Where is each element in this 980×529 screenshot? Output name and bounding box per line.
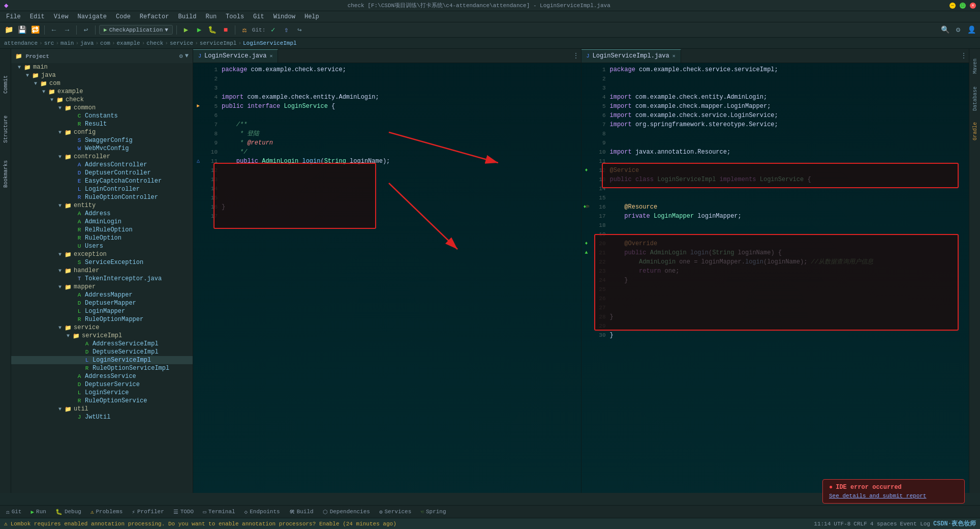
tree-item-deptusermapper[interactable]: D DeptuserMapper: [11, 299, 193, 307]
tree-item-config[interactable]: ▼ 📁 config: [11, 128, 193, 136]
tree-item-controller[interactable]: ▼ 📁 controller: [11, 153, 193, 161]
right-editor-content[interactable]: 1 package com.example.check.service.serv…: [581, 63, 969, 493]
bottom-btn-debug[interactable]: 🐛 Debug: [51, 508, 85, 516]
tree-item-ruleoptionserviceimpl[interactable]: R RuleOptionServiceImpl: [11, 364, 193, 372]
tree-item-logincontroller[interactable]: L LoginController: [11, 185, 193, 193]
tab-loginserviceimpl[interactable]: J LoginServiceImpl.java ✕: [581, 49, 681, 63]
tree-item-adminlogin[interactable]: A AdminLogin: [11, 218, 193, 226]
pane-settings-icon[interactable]: ⋮: [573, 52, 579, 60]
tree-item-exception[interactable]: ▼ 📁 exception: [11, 250, 193, 258]
toolbar-run-btn[interactable]: ▶: [194, 24, 205, 36]
tab-close-right-icon[interactable]: ✕: [672, 53, 676, 59]
bottom-btn-terminal[interactable]: ▭ Terminal: [199, 508, 239, 516]
tree-item-ruleoptioncontroller[interactable]: R RuleOptionController: [11, 193, 193, 201]
tree-item-serviceimpl-folder[interactable]: ▼ 📁 serviceImpl: [11, 332, 193, 340]
breadcrumb-example[interactable]: example: [117, 40, 140, 46]
tree-item-result[interactable]: R Result: [11, 120, 193, 128]
tree-item-main[interactable]: ▼ 📁 main: [11, 63, 193, 71]
menu-edit[interactable]: Edit: [26, 12, 49, 21]
tree-item-tokeninterceptor[interactable]: T TokenInterceptor.java: [11, 275, 193, 283]
bottom-btn-services[interactable]: ⚙ Services: [375, 508, 415, 516]
tree-item-addressserviceimpl[interactable]: A AddressServiceImpl: [11, 340, 193, 348]
breadcrumb-com[interactable]: com: [100, 40, 110, 46]
menu-build[interactable]: Build: [174, 12, 200, 21]
breadcrumb-serviceimpl[interactable]: serviceImpl: [200, 40, 237, 46]
bottom-btn-problems[interactable]: ⚠ Problems: [86, 508, 127, 516]
menu-help[interactable]: Help: [300, 12, 323, 21]
tree-item-webmvcconfig[interactable]: W WebMvcConfig: [11, 144, 193, 153]
tree-item-ruleoptionmapper[interactable]: R RuleOptionMapper: [11, 315, 193, 324]
toolbar-stop-btn[interactable]: ■: [220, 24, 231, 36]
toolbar-undo-btn[interactable]: ↩: [80, 24, 91, 36]
tree-item-example[interactable]: ▼ 📁 example: [11, 87, 193, 96]
minimize-button[interactable]: ─: [950, 3, 956, 9]
menu-refactor[interactable]: Refactor: [136, 12, 173, 21]
toolbar-settings-btn[interactable]: ⚙: [953, 24, 964, 36]
bottom-btn-endpoints[interactable]: ◇ Endpoints: [240, 508, 284, 516]
tree-item-loginmapper[interactable]: L LoginMapper: [11, 307, 193, 315]
pane-settings-right-icon[interactable]: ⋮: [961, 52, 967, 60]
toolbar-sync-btn[interactable]: 🔁: [29, 24, 41, 36]
tree-item-mapper[interactable]: ▼ 📁 mapper: [11, 283, 193, 291]
close-button[interactable]: ✕: [970, 3, 976, 9]
tree-item-ruleoptionservice[interactable]: R RuleOptionService: [11, 397, 193, 405]
bottom-btn-profiler[interactable]: ⚡ Profiler: [128, 508, 168, 516]
right-panel-gradle[interactable]: Gradle: [970, 116, 979, 146]
breadcrumb-loginserviceimpl[interactable]: LoginServiceImpl: [243, 40, 297, 46]
tree-item-deptuserservice[interactable]: D DeptuserService: [11, 380, 193, 389]
bottom-btn-todo[interactable]: ☰ TODO: [169, 508, 198, 516]
tree-item-loginservice[interactable]: L LoginService: [11, 389, 193, 397]
tree-item-serviceexception[interactable]: S ServiceException: [11, 258, 193, 267]
menu-view[interactable]: View: [50, 12, 73, 21]
tree-item-loginserviceimpl[interactable]: L LoginServiceImpl: [11, 356, 193, 364]
tree-item-check[interactable]: ▼ 📁 check: [11, 96, 193, 104]
toolbar-build-btn[interactable]: ▶: [180, 24, 192, 36]
tree-item-java[interactable]: ▼ 📁 java: [11, 71, 193, 79]
tree-item-address[interactable]: A Address: [11, 210, 193, 218]
breadcrumb-main[interactable]: main: [60, 40, 74, 46]
tree-item-deptusercontroller[interactable]: D DeptuserController: [11, 169, 193, 177]
breadcrumb-attendance[interactable]: attendance: [4, 40, 38, 46]
breadcrumb-src[interactable]: src: [44, 40, 54, 46]
bottom-btn-spring[interactable]: ☜ Spring: [416, 508, 450, 516]
menu-code[interactable]: Code: [112, 12, 135, 21]
toolbar-save-btn[interactable]: 💾: [16, 24, 27, 36]
toolbar-user-btn[interactable]: 👤: [966, 24, 977, 36]
right-panel-maven[interactable]: Maven: [970, 51, 979, 81]
left-editor-content[interactable]: 1 package com.example.check.service; 2 3: [193, 63, 581, 493]
tree-item-deptuseserviceimpl[interactable]: D DeptuseServiceImpl: [11, 348, 193, 356]
right-panel-database[interactable]: Database: [970, 83, 979, 114]
right-code-area[interactable]: 1 package com.example.check.service.serv…: [581, 63, 969, 493]
status-lineending[interactable]: CRLF: [853, 521, 867, 527]
toolbar-push-btn[interactable]: ⇧: [281, 24, 292, 36]
breadcrumb-service[interactable]: service: [170, 40, 193, 46]
bottom-btn-git[interactable]: ⚖ Git: [2, 508, 25, 516]
bottom-btn-dependencies[interactable]: ⬡ Dependencies: [319, 508, 374, 516]
sidebar-settings-icon[interactable]: ⚙: [179, 52, 183, 60]
left-code-area[interactable]: 1 package com.example.check.service; 2 3: [193, 63, 581, 493]
tree-item-com[interactable]: ▼ 📁 com: [11, 79, 193, 87]
status-position[interactable]: 11:14: [814, 521, 831, 527]
menu-file[interactable]: File: [2, 12, 25, 21]
tree-item-users[interactable]: U Users: [11, 242, 193, 250]
tree-item-jwtutil[interactable]: J JwtUtil: [11, 413, 193, 421]
tab-close-icon[interactable]: ✕: [269, 53, 272, 59]
menu-navigate[interactable]: Navigate: [73, 12, 111, 21]
status-indent[interactable]: 4 spaces: [870, 521, 897, 527]
tree-item-constants[interactable]: C Constants: [11, 112, 193, 120]
bottom-btn-build[interactable]: 🛠 Build: [285, 508, 318, 516]
toolbar-back-btn[interactable]: ←: [48, 24, 59, 36]
toolbar-debug-btn[interactable]: 🐛: [207, 24, 218, 36]
menu-tools[interactable]: Tools: [222, 12, 248, 21]
left-panel-structure[interactable]: Structure: [1, 109, 10, 150]
tree-item-ruleoption[interactable]: R RuleOption: [11, 234, 193, 242]
bottom-btn-run[interactable]: ▶ Run: [26, 508, 50, 516]
status-encoding[interactable]: UTF-8: [834, 521, 850, 527]
tree-item-addressservice[interactable]: A AddressService: [11, 372, 193, 380]
left-panel-commit[interactable]: Commit: [1, 64, 10, 105]
tree-item-addressmapper[interactable]: A AddressMapper: [11, 291, 193, 299]
tree-item-service[interactable]: ▼ 📁 service: [11, 324, 193, 332]
menu-git[interactable]: Git: [249, 12, 268, 21]
tree-item-handler[interactable]: ▼ 📁 handler: [11, 267, 193, 275]
menu-window[interactable]: Window: [269, 12, 299, 21]
